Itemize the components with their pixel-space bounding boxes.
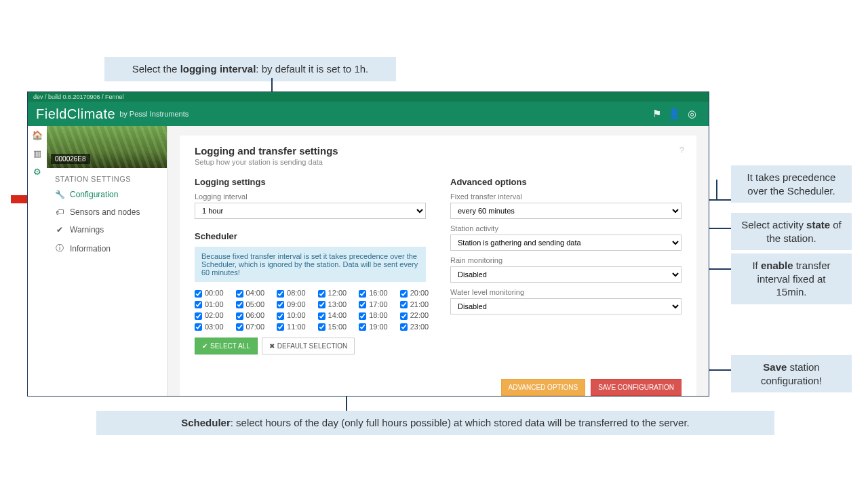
hour-0800[interactable]: 08:00 — [277, 289, 306, 298]
select-all-button[interactable]: ✔ SELECT ALL — [195, 338, 258, 354]
scheduler-hours: 00:0001:0002:0003:0004:0005:0006:0007:00… — [195, 289, 426, 331]
hour-checkbox[interactable] — [400, 301, 408, 308]
hour-1600[interactable]: 16:00 — [359, 289, 388, 298]
hour-checkbox[interactable] — [236, 312, 243, 320]
hour-1100[interactable]: 11:00 — [277, 323, 306, 331]
hour-2300[interactable]: 23:00 — [400, 323, 429, 331]
rain-select[interactable]: Disabled — [450, 266, 682, 283]
callout-scheduler: Scheduler: select hours of the day (only… — [96, 411, 774, 435]
sidebar-item-icon: ✔ — [55, 225, 64, 235]
fixed-interval-label: Fixed transfer interval — [450, 192, 682, 201]
hour-checkbox[interactable] — [359, 301, 366, 308]
hour-checkbox[interactable] — [277, 323, 284, 331]
scheduler-section-title: Scheduler — [195, 231, 426, 241]
callout-rain: If enable transfer interval fixed at 15m… — [731, 253, 852, 304]
fixed-interval-select[interactable]: every 60 minutes — [450, 203, 682, 219]
hour-1500[interactable]: 15:00 — [318, 323, 347, 331]
hour-checkbox[interactable] — [277, 290, 284, 298]
hour-checkbox[interactable] — [277, 301, 284, 308]
hour-1000[interactable]: 10:00 — [277, 311, 306, 320]
hour-0000[interactable]: 00:00 — [195, 289, 224, 298]
callout-fixed-text: It takes precedence over the Scheduler. — [747, 171, 836, 197]
station-image[interactable]: 000026E8 — [47, 126, 167, 168]
sidebar-item-icon: 🏷 — [55, 207, 64, 217]
default-selection-button[interactable]: ✖ DEFAULT SELECTION — [262, 338, 355, 354]
sidebar-item-information[interactable]: ⓘInformation — [47, 239, 167, 258]
hour-checkbox[interactable] — [236, 301, 243, 308]
hour-0900[interactable]: 09:00 — [277, 300, 306, 309]
col-right: Advanced options Fixed transfer interval… — [450, 177, 682, 354]
hour-1200[interactable]: 12:00 — [318, 289, 347, 298]
page-subtitle: Setup how your station is sending data — [195, 158, 682, 166]
water-label: Water level monitoring — [450, 288, 682, 296]
hour-1700[interactable]: 17:00 — [359, 300, 388, 309]
hour-0700[interactable]: 07:00 — [236, 323, 265, 331]
hour-2100[interactable]: 21:00 — [400, 300, 429, 309]
hour-0400[interactable]: 04:00 — [236, 289, 265, 298]
callout-logging-bold: logging interval — [180, 63, 256, 75]
hour-checkbox[interactable] — [400, 290, 408, 298]
hour-checkbox[interactable] — [318, 312, 326, 320]
icon-rail: 🏠 ▥ ⚙ — [28, 126, 47, 396]
hour-1800[interactable]: 18:00 — [359, 311, 388, 320]
brand-main: FieldClimate — [36, 106, 115, 122]
hour-checkbox[interactable] — [359, 290, 366, 298]
hour-0100[interactable]: 01:00 — [195, 300, 224, 309]
activity-label: Station activity — [450, 224, 682, 232]
hour-checkbox[interactable] — [318, 301, 326, 308]
footer-actions: ADVANCED OPTIONS SAVE CONFIGURATION — [195, 379, 682, 396]
hour-1400[interactable]: 14:00 — [318, 311, 347, 320]
sidebar-item-sensors-and-nodes[interactable]: 🏷Sensors and nodes — [47, 203, 167, 221]
callout-logging: Select the logging interval: by default … — [104, 57, 396, 81]
hour-0600[interactable]: 06:00 — [236, 311, 265, 320]
activity-select[interactable]: Station is gathering and sending data — [450, 235, 682, 251]
hour-checkbox[interactable] — [359, 323, 366, 331]
hour-checkbox[interactable] — [277, 312, 284, 320]
hour-1900[interactable]: 19:00 — [359, 323, 388, 331]
brand-sub: by Pessl Instruments — [119, 110, 189, 118]
hour-checkbox[interactable] — [400, 312, 408, 320]
hour-0500[interactable]: 05:00 — [236, 300, 265, 309]
water-select[interactable]: Disabled — [450, 298, 682, 314]
page-title: Logging and transfer settings — [195, 145, 682, 157]
sidebar-title: STATION SETTINGS — [47, 168, 167, 186]
sidebar-item-label: Configuration — [70, 190, 118, 199]
app-window: dev / build 0.6.20170906 / Fennel FieldC… — [27, 92, 709, 396]
home-icon[interactable]: 🏠 — [32, 130, 43, 140]
hour-checkbox[interactable] — [195, 290, 202, 298]
sidebar-item-icon: ⓘ — [55, 243, 64, 254]
hour-checkbox[interactable] — [195, 301, 202, 308]
help-icon[interactable]: ? — [679, 145, 684, 155]
save-configuration-button[interactable]: SAVE CONFIGURATION — [591, 379, 682, 396]
callout-logging-pre: Select the — [132, 63, 180, 75]
flag-icon[interactable]: ⚑ — [648, 108, 665, 120]
hour-checkbox[interactable] — [318, 290, 326, 298]
sidebar-item-configuration[interactable]: 🔧Configuration — [47, 186, 167, 203]
rain-label: Rain monitoring — [450, 256, 682, 264]
hour-2200[interactable]: 22:00 — [400, 311, 429, 320]
hour-checkbox[interactable] — [359, 312, 366, 320]
hour-checkbox[interactable] — [195, 312, 202, 320]
hour-2000[interactable]: 20:00 — [400, 289, 429, 298]
hour-checkbox[interactable] — [236, 323, 243, 331]
callout-logging-post: : by default it is set to 1h. — [256, 63, 368, 75]
user-icon[interactable]: 👤 — [665, 108, 683, 120]
hour-checkbox[interactable] — [195, 323, 202, 331]
build-line: dev / build 0.6.20170906 / Fennel — [28, 92, 709, 102]
chart-icon[interactable]: ▥ — [33, 148, 41, 159]
sidebar-item-warnings[interactable]: ✔Warnings — [47, 221, 167, 239]
broadcast-icon[interactable]: ◎ — [683, 108, 701, 120]
hour-checkbox[interactable] — [400, 323, 408, 331]
sidebar-item-label: Sensors and nodes — [70, 207, 140, 217]
hour-1300[interactable]: 13:00 — [318, 300, 347, 309]
logging-interval-select[interactable]: 1 hour — [195, 203, 426, 219]
advanced-section-title: Advanced options — [450, 177, 682, 187]
hour-checkbox[interactable] — [318, 323, 326, 331]
hour-0200[interactable]: 02:00 — [195, 311, 224, 320]
hour-0300[interactable]: 03:00 — [195, 323, 224, 331]
sidebar-item-label: Warnings — [70, 225, 104, 235]
advanced-options-button[interactable]: ADVANCED OPTIONS — [501, 379, 586, 396]
hour-checkbox[interactable] — [236, 290, 243, 298]
station-id: 000026E8 — [51, 154, 90, 164]
gear-icon[interactable]: ⚙ — [33, 167, 41, 177]
